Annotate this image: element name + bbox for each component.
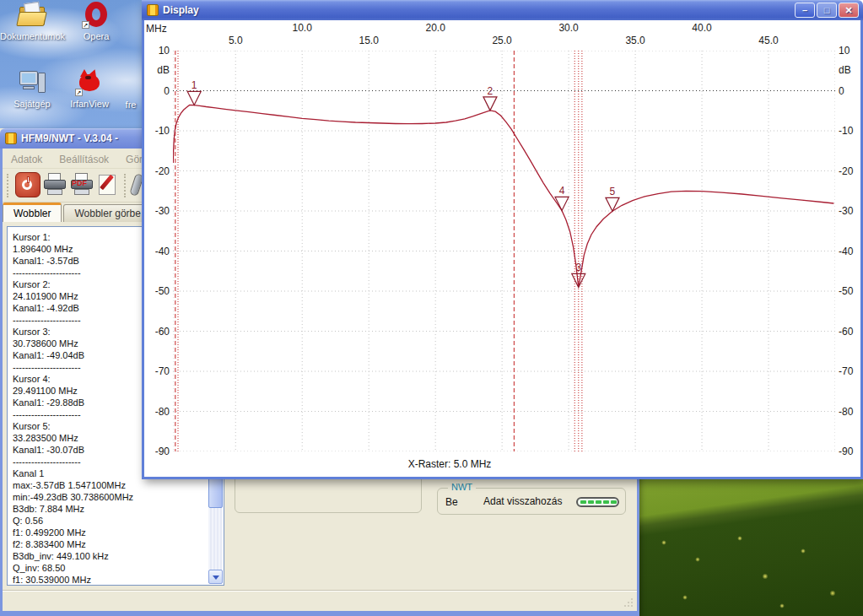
marker-triangle-5 [606, 197, 619, 211]
y-tick-label: -80 [146, 406, 170, 418]
shortcut-arrow-icon: ↗ [82, 21, 89, 29]
y-tick-label: -60 [839, 326, 862, 338]
scroll-down-button[interactable] [208, 570, 223, 584]
desktop-wallpaper-grass [639, 479, 863, 616]
y-tick-label: -20 [839, 165, 862, 177]
hfm9-window-title: HFM9/NWT - V.3.04 - [21, 132, 118, 144]
y-tick-label: -90 [839, 446, 862, 457]
maximize-button[interactable]: □ [817, 3, 837, 18]
desktop-icon-opera[interactable]: ↗ Opera [64, 2, 128, 41]
x-tick-label: 30.0 [552, 22, 585, 34]
x-tick-label: 15.0 [352, 35, 386, 46]
y-tick-label: -50 [146, 285, 170, 297]
frequency-response-plot[interactable]: 12345 [173, 51, 835, 451]
list-line: f2: 8.383400 MHz [13, 538, 202, 550]
adat-visszahozas-label: Adat visszahozás [483, 495, 562, 507]
desktop-icon-label: Sajátgép [0, 99, 64, 109]
pdf-print-button[interactable]: PDF [69, 172, 94, 197]
desktop-icon-dokumentumok[interactable]: Dokumentumok [0, 2, 64, 41]
display-window-title: Display [163, 4, 199, 16]
window-border-bottom [0, 611, 639, 616]
y-tick-label: -10 [146, 125, 170, 137]
shortcut-arrow-icon: ↗ [75, 89, 83, 96]
x-tick-label: 45.0 [752, 35, 785, 46]
menu-item-adatok[interactable]: Adatok [3, 151, 51, 168]
y-tick-label: -40 [146, 246, 170, 257]
print-button[interactable] [42, 172, 67, 197]
y-tick-label: -70 [146, 365, 170, 377]
display-titlebar[interactable]: Display – □ ✕ [142, 0, 863, 20]
menu-item-beallitasok[interactable]: Beállítások [51, 151, 117, 168]
x-tick-label: 35.0 [618, 35, 652, 46]
y-tick-label: 10 [146, 45, 170, 57]
list-line: Q: 0.56 [13, 515, 202, 527]
nwt-group-label: NWT [448, 482, 476, 492]
y-tick-label: 10 [839, 45, 862, 57]
x-tick-label: 20.0 [418, 22, 452, 34]
marker-number-2: 2 [488, 85, 494, 97]
list-line: B3db_inv: 449.100 kHz [13, 550, 202, 562]
list-line: B3db: 7.884 MHz [13, 503, 202, 515]
y-tick-label: -70 [839, 365, 862, 377]
marker-triangle-2 [483, 97, 497, 111]
display-window: Display – □ ✕ MHz 5.010.015.020.025.030.… [142, 0, 863, 479]
list-line: Q_inv: 68.50 [13, 562, 202, 574]
y-tick-label: 0 [839, 85, 862, 97]
minimize-button[interactable]: – [795, 3, 815, 18]
x-axis-unit-label: MHz [146, 23, 167, 35]
y-tick-label: -60 [146, 326, 170, 338]
power-button[interactable] [15, 172, 40, 197]
y-tick-label: -10 [839, 125, 862, 137]
y-tick-label: -50 [839, 285, 862, 297]
curve-kanal-1 [173, 105, 833, 288]
opera-icon: ↗ [82, 2, 111, 29]
nwt-groupbox: NWT Be Adat visszahozás [437, 488, 626, 515]
marker-number-5: 5 [610, 186, 616, 197]
led-progress-indicator [576, 497, 619, 507]
desktop-icon-sajatgep[interactable]: Sajátgép [0, 69, 64, 109]
y-tick-label: -80 [839, 406, 862, 418]
marker-number-3: 3 [575, 262, 581, 273]
tab-wobbler[interactable]: Wobbler [3, 203, 62, 222]
list-line: min:-49.23dB 30.738600MHz [13, 491, 202, 503]
folder-icon [18, 2, 46, 29]
window-border-left [142, 20, 144, 479]
x-raster-label: X-Raster: 5.0 MHz [365, 458, 534, 470]
toolbar-separator [124, 174, 126, 197]
display-app-icon [147, 4, 159, 16]
y-tick-label: 0 [146, 85, 170, 97]
resize-grip[interactable] [623, 597, 634, 608]
y-tick-label: -30 [839, 205, 862, 217]
tab-wobbler-gorbe[interactable]: Wobbler görbe [63, 204, 152, 222]
pdf-icon: PDF [72, 179, 87, 187]
list-line: max:-3.57dB 1.547100MHz [13, 479, 202, 491]
y-tick-label: -90 [146, 446, 170, 457]
irfanview-icon: ↗ [75, 69, 104, 96]
desktop: { "desktop": { "icons": [ { "label": "Do… [0, 0, 863, 616]
toolbar-grip[interactable] [7, 174, 10, 197]
close-button[interactable]: ✕ [839, 3, 859, 18]
list-line: f1: 0.499200 MHz [13, 527, 202, 538]
y-axis-unit-label: dB [839, 64, 862, 76]
be-label: Be [445, 496, 458, 508]
marker-number-4: 4 [559, 185, 565, 197]
statusbar [3, 591, 637, 611]
y-axis-unit-label: dB [146, 64, 170, 76]
desktop-icon-label: Dokumentumok [0, 31, 64, 41]
edit-button[interactable] [96, 172, 121, 197]
desktop-icon-label: Opera [64, 31, 128, 41]
app-icon [5, 132, 17, 144]
y-tick-label: -40 [839, 246, 862, 257]
y-tick-label: -30 [146, 205, 170, 217]
marker-number-1: 1 [191, 79, 197, 91]
list-line: f1: 30.539000 MHz [13, 574, 202, 586]
y-tick-label: -20 [146, 165, 170, 177]
x-tick-label: 5.0 [218, 35, 252, 46]
window-border-bottom [142, 477, 863, 479]
marker-triangle-1 [187, 91, 201, 105]
x-tick-label: 25.0 [485, 35, 519, 46]
x-tick-label: 10.0 [285, 22, 319, 34]
computer-icon [18, 69, 46, 96]
x-tick-label: 40.0 [685, 22, 719, 34]
